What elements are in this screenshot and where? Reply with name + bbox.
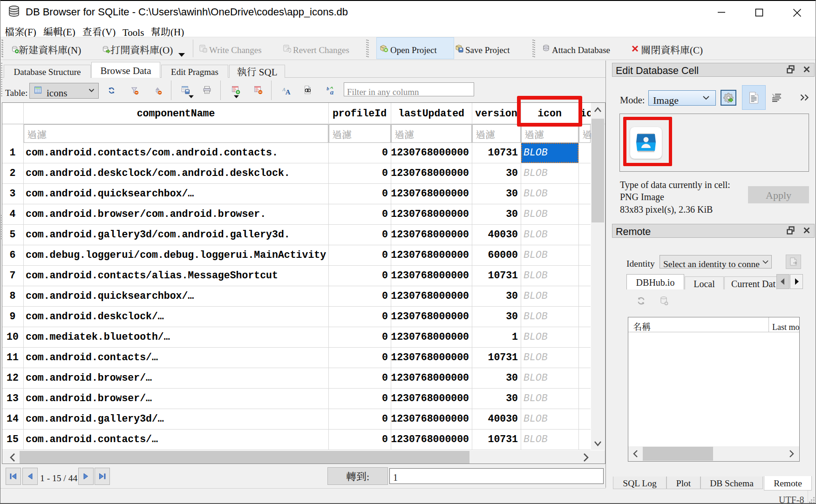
svg-text:b: b <box>326 86 329 91</box>
svg-text:A: A <box>286 88 291 96</box>
svg-text:a: a <box>330 88 334 95</box>
